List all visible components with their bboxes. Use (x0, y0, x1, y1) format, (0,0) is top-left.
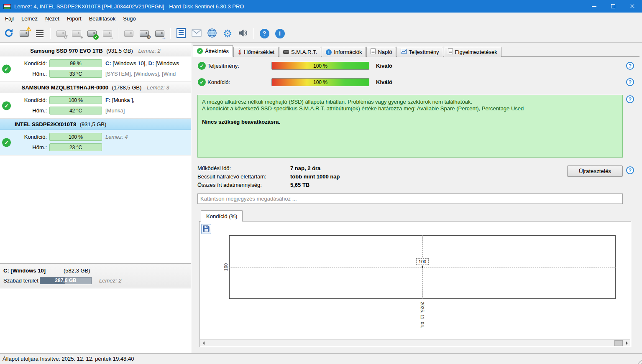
condition-chart-area: 100 100 2025. 11. 04. (199, 221, 631, 347)
volume-name: C: [Windows 10] (0, 267, 64, 274)
free-space-label: Szabad terület (0, 277, 40, 284)
data-point-label: 100 (416, 258, 429, 265)
menu-view[interactable]: Nézet (41, 13, 63, 24)
chart-scrollbar[interactable] (200, 339, 630, 346)
menu-settings[interactable]: Beállítások (85, 13, 120, 24)
scroll-left-button[interactable] (200, 340, 207, 346)
menu-report[interactable]: Riport (63, 13, 85, 24)
disk-name: Samsung SSD 970 EVO 1TB (30, 48, 102, 54)
network-button[interactable] (206, 27, 218, 40)
comment-input[interactable] (197, 193, 623, 204)
tab-smart[interactable]: S.M.A.R.T. (279, 47, 321, 57)
menu-disk[interactable]: Lemez (18, 13, 41, 24)
partition-list: F: [Munka ], (105, 97, 134, 103)
email-button[interactable] (190, 27, 203, 40)
help-retest-button[interactable]: ? (626, 166, 634, 174)
scroll-right-button[interactable] (623, 340, 630, 346)
toolbar-separator (170, 28, 171, 39)
scroll-thumb[interactable] (614, 340, 623, 346)
report-icon (176, 28, 186, 39)
toolbar-separator (118, 28, 118, 39)
tab-performance[interactable]: Teljesítmény (396, 47, 443, 57)
save-icon (203, 225, 210, 233)
menu-file[interactable]: Fájl (1, 13, 18, 24)
sound-button[interactable] (237, 27, 249, 40)
power-on-time-label: Működési idő: (197, 165, 231, 171)
disk-accept-button[interactable]: ✓ (86, 27, 98, 40)
status-text: Állapot utoljára frissítve: 2025. 12. 12… (3, 356, 134, 362)
window-controls (584, 0, 642, 13)
temperature-value: 33 °C (69, 71, 82, 77)
resize-grip[interactable] (636, 358, 642, 364)
disk-header: SAMSUNG MZQLB1T9HAJR-0000 (1788,5 GB) Le… (0, 82, 191, 93)
tab-overview[interactable]: ✓ Áttekintés (193, 45, 233, 57)
disk-list-item-samsung-970evo[interactable]: Samsung SSD 970 EVO 1TB (931,5 GB) Lemez… (0, 45, 191, 82)
health-ok-icon: ✓ (2, 102, 11, 110)
minimize-button[interactable] (584, 0, 604, 13)
volume-item-c[interactable]: C: [Windows 10] (582,3 GB) Szabad terüle… (0, 263, 191, 288)
tools-gear-icon: ⚙ (146, 35, 151, 40)
content-panel: ✓ Áttekintés Hőmérséklet S.M.A.R.T. i In… (191, 43, 642, 353)
disk-warning-button[interactable]: ⚠ (18, 27, 31, 40)
help-performance-button[interactable]: ? (626, 62, 634, 70)
minimize-icon (592, 6, 596, 7)
disk-list-item-samsung-mzqlb[interactable]: SAMSUNG MZQLB1T9HAJR-0000 (1788,5 GB) Le… (0, 82, 191, 119)
disk-number: Lemez: 4 (105, 134, 128, 140)
tab-temperature[interactable]: Hőmérséklet (233, 47, 279, 57)
toolbar-separator (50, 28, 51, 39)
surface-view-button[interactable] (33, 27, 46, 40)
refresh-button[interactable] (3, 27, 15, 40)
performance-bar: 100 % (271, 62, 369, 70)
help-button[interactable]: ? (258, 27, 271, 40)
email-icon (192, 29, 202, 38)
condition-label: Kondíció: (207, 79, 230, 85)
info-icon: i (275, 29, 285, 38)
disk-plain-button[interactable] (123, 27, 135, 40)
app-window: Lemez: 4, INTEL SSDPE2KX010T8 [PHLJ03440… (0, 0, 642, 364)
close-button[interactable] (623, 0, 642, 13)
tab-smart-disk-icon (283, 50, 289, 54)
performance-row: ✓ Teljesítmény: 100 % Kiváló (191, 61, 642, 71)
tab-log[interactable]: Napló (366, 47, 396, 57)
speaker-icon (238, 29, 248, 38)
help-condition-button[interactable]: ? (626, 78, 634, 86)
menu-help[interactable]: Súgó (119, 13, 139, 24)
condition-bar: 99 % (49, 59, 102, 67)
disk-export-button[interactable]: → (153, 27, 166, 40)
save-chart-button[interactable] (201, 224, 211, 234)
condition-bar: 100 % (49, 133, 102, 141)
help-icon: ? (260, 29, 269, 38)
maximize-button[interactable] (604, 0, 623, 13)
alerts-document-icon (448, 48, 453, 56)
condition-rating: Kiváló (376, 79, 392, 85)
health-ok-icon: ✓ (2, 65, 11, 74)
temperature-bar: 42 °C (49, 107, 102, 115)
disk-list-sidebar: Samsung SSD 970 EVO 1TB (931,5 GB) Lemez… (0, 43, 191, 353)
remaining-lifetime-value: több mint 1000 nap (290, 173, 340, 180)
disk-remove-button[interactable]: → (101, 27, 114, 40)
tab-alerts[interactable]: Figyelmeztetések (444, 47, 501, 57)
menubar: Fájl Lemez Nézet Riport Beállítások Súgó (0, 13, 642, 25)
data-point-marker (422, 266, 423, 268)
settings-button[interactable]: ⚙ (221, 27, 234, 40)
close-icon (630, 4, 635, 9)
retest-button[interactable]: Újratesztelés (567, 165, 623, 177)
disk-undo-button[interactable]: ↺ (55, 27, 67, 40)
info-button[interactable]: i (274, 27, 286, 40)
power-on-time-value: 7 nap, 2 óra (290, 165, 320, 171)
drive-letter: D: (148, 60, 154, 66)
chart-tab-condition[interactable]: Kondíció (%) (201, 210, 243, 221)
status-action-text: Nincs szükség beavatkozásra. (202, 119, 618, 125)
report-button[interactable] (175, 27, 187, 40)
temperature-bar: 33 °C (49, 70, 102, 78)
remove-arrow-icon: → (109, 35, 114, 40)
disk-icon (72, 31, 81, 37)
disk-tools-button[interactable]: ⚙ (138, 27, 151, 40)
disk-stop-button[interactable]: ● (70, 27, 83, 40)
disk-list-item-intel-selected[interactable]: INTEL SSDPE2KX010T8 (931,5 GB) ✓ Kondíci… (0, 119, 191, 155)
tab-information[interactable]: i Információk (322, 47, 366, 57)
warning-icon: ⚠ (26, 26, 31, 31)
partition-list-secondary: [SYSTEM], [Windows], [Wind (105, 71, 176, 77)
help-status-button[interactable]: ? (626, 95, 634, 103)
health-ok-icon: ✓ (2, 138, 11, 147)
